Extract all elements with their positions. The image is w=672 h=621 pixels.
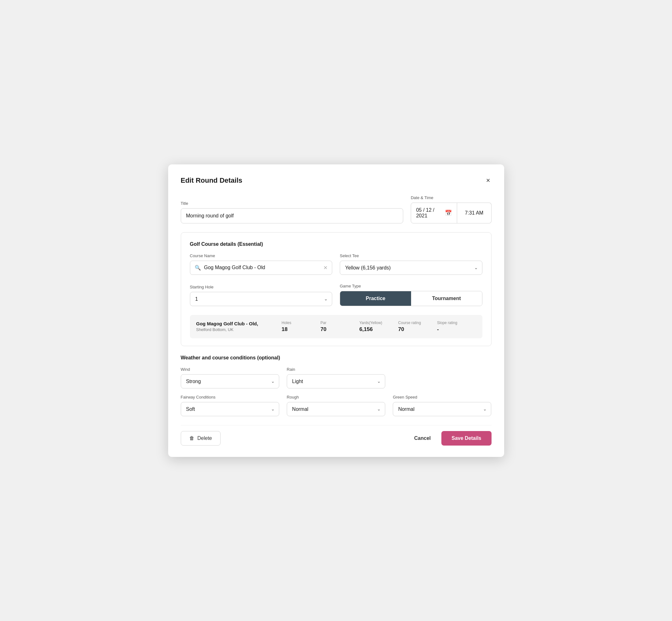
course-info-row: Gog Magog Golf Club - Old, Shelford Bott… bbox=[190, 315, 482, 338]
weather-title: Weather and course conditions (optional) bbox=[181, 355, 492, 361]
title-label: Title bbox=[181, 201, 403, 206]
slope-rating-stat: Slope rating - bbox=[437, 321, 476, 333]
yards-stat: Yards(Yellow) 6,156 bbox=[359, 321, 398, 333]
golf-course-title: Golf Course details (Essential) bbox=[190, 241, 482, 247]
rain-group: Rain None Light Moderate Heavy ⌄ bbox=[287, 367, 385, 388]
trash-icon: 🗑 bbox=[189, 436, 194, 441]
modal-footer: 🗑 Delete Cancel Save Details bbox=[181, 425, 492, 446]
wind-label: Wind bbox=[181, 367, 279, 372]
holes-label: Holes bbox=[282, 321, 292, 325]
starting-hole-label: Starting Hole bbox=[190, 285, 333, 289]
title-group: Title bbox=[181, 201, 403, 223]
course-name-group: Course Name 🔍 ✕ bbox=[190, 253, 333, 275]
delete-button[interactable]: 🗑 Delete bbox=[181, 431, 220, 446]
rough-group: Rough Short Normal Long ⌄ bbox=[287, 395, 385, 416]
rain-select-container[interactable]: None Light Moderate Heavy ⌄ bbox=[287, 374, 385, 388]
slope-rating-value: - bbox=[437, 326, 439, 333]
holes-value: 18 bbox=[282, 326, 288, 333]
course-tee-row: Course Name 🔍 ✕ Select Tee Yellow (6,156… bbox=[190, 253, 482, 275]
course-rating-value: 70 bbox=[398, 326, 404, 333]
game-type-group: Game Type Practice Tournament bbox=[340, 284, 482, 306]
time-value: 7:31 AM bbox=[465, 210, 483, 216]
fairway-rough-green-row: Fairway Conditions Soft Normal Hard ⌄ Ro… bbox=[181, 395, 492, 416]
green-speed-dropdown[interactable]: Slow Normal Fast bbox=[393, 402, 491, 416]
course-location: Shelford Bottom, UK bbox=[196, 327, 282, 332]
date-time-inputs: 05 / 12 / 2021 📅 7:31 AM bbox=[411, 203, 492, 223]
game-type-toggle: Practice Tournament bbox=[340, 291, 482, 306]
par-stat: Par 70 bbox=[321, 321, 359, 333]
course-full-name: Gog Magog Golf Club - Old, bbox=[196, 321, 282, 326]
rough-label: Rough bbox=[287, 395, 385, 400]
clear-icon[interactable]: ✕ bbox=[323, 265, 328, 271]
course-info-name: Gog Magog Golf Club - Old, Shelford Bott… bbox=[196, 321, 282, 332]
search-icon: 🔍 bbox=[195, 265, 201, 271]
rough-dropdown[interactable]: Short Normal Long bbox=[287, 402, 385, 416]
fairway-label: Fairway Conditions bbox=[181, 395, 279, 400]
starting-hole-container[interactable]: 1 2 10 ⌄ bbox=[190, 292, 333, 306]
rain-dropdown[interactable]: None Light Moderate Heavy bbox=[287, 374, 385, 388]
weather-section: Weather and course conditions (optional)… bbox=[181, 355, 492, 416]
select-tee-dropdown[interactable]: Yellow (6,156 yards) White Red Blue bbox=[340, 261, 482, 275]
footer-right: Cancel Save Details bbox=[411, 431, 492, 446]
course-name-input[interactable] bbox=[204, 265, 321, 271]
title-input[interactable] bbox=[181, 208, 403, 223]
delete-label: Delete bbox=[198, 436, 212, 441]
green-speed-label: Green Speed bbox=[393, 395, 491, 400]
wind-select-container[interactable]: None Light Moderate Strong ⌄ bbox=[181, 374, 279, 388]
title-datetime-row: Title Date & Time 05 / 12 / 2021 📅 7:31 … bbox=[181, 195, 492, 223]
datetime-group: Date & Time 05 / 12 / 2021 📅 7:31 AM bbox=[411, 195, 492, 223]
cancel-button[interactable]: Cancel bbox=[411, 431, 434, 445]
course-name-label: Course Name bbox=[190, 253, 333, 258]
course-rating-stat: Course rating 70 bbox=[398, 321, 437, 333]
edit-round-modal: Edit Round Details × Title Date & Time 0… bbox=[168, 164, 504, 457]
calendar-icon: 📅 bbox=[445, 210, 452, 216]
rough-select-container[interactable]: Short Normal Long ⌄ bbox=[287, 402, 385, 416]
select-tee-container[interactable]: Yellow (6,156 yards) White Red Blue ⌄ bbox=[340, 261, 482, 275]
game-type-label: Game Type bbox=[340, 284, 482, 288]
wind-rain-row: Wind None Light Moderate Strong ⌄ Rain N… bbox=[181, 367, 492, 388]
save-button[interactable]: Save Details bbox=[442, 431, 491, 446]
par-value: 70 bbox=[321, 326, 327, 333]
modal-header: Edit Round Details × bbox=[181, 176, 492, 185]
starting-hole-dropdown[interactable]: 1 2 10 bbox=[190, 292, 333, 306]
yards-label: Yards(Yellow) bbox=[359, 321, 382, 325]
hole-gametype-row: Starting Hole 1 2 10 ⌄ Game Type Practic… bbox=[190, 284, 482, 306]
fairway-select-container[interactable]: Soft Normal Hard ⌄ bbox=[181, 402, 279, 416]
par-label: Par bbox=[321, 321, 327, 325]
yards-value: 6,156 bbox=[359, 326, 373, 333]
practice-button[interactable]: Practice bbox=[340, 291, 411, 306]
tournament-button[interactable]: Tournament bbox=[411, 291, 482, 306]
green-speed-select-container[interactable]: Slow Normal Fast ⌄ bbox=[393, 402, 491, 416]
select-tee-label: Select Tee bbox=[340, 253, 482, 258]
starting-hole-group: Starting Hole 1 2 10 ⌄ bbox=[190, 285, 333, 306]
datetime-label: Date & Time bbox=[411, 195, 492, 200]
green-speed-group: Green Speed Slow Normal Fast ⌄ bbox=[393, 395, 491, 416]
fairway-group: Fairway Conditions Soft Normal Hard ⌄ bbox=[181, 395, 279, 416]
course-rating-label: Course rating bbox=[398, 321, 421, 325]
holes-stat: Holes 18 bbox=[282, 321, 321, 333]
golf-course-section: Golf Course details (Essential) Course N… bbox=[181, 232, 492, 346]
date-value: 05 / 12 / 2021 bbox=[416, 207, 442, 219]
date-input[interactable]: 05 / 12 / 2021 📅 bbox=[411, 203, 457, 223]
wind-dropdown[interactable]: None Light Moderate Strong bbox=[181, 374, 279, 388]
time-input[interactable]: 7:31 AM bbox=[457, 203, 491, 223]
rain-label: Rain bbox=[287, 367, 385, 372]
slope-rating-label: Slope rating bbox=[437, 321, 457, 325]
course-search-wrap[interactable]: 🔍 ✕ bbox=[190, 261, 333, 275]
fairway-dropdown[interactable]: Soft Normal Hard bbox=[181, 402, 279, 416]
close-button[interactable]: × bbox=[485, 176, 492, 185]
select-tee-group: Select Tee Yellow (6,156 yards) White Re… bbox=[340, 253, 482, 275]
modal-title: Edit Round Details bbox=[181, 176, 243, 184]
wind-group: Wind None Light Moderate Strong ⌄ bbox=[181, 367, 279, 388]
